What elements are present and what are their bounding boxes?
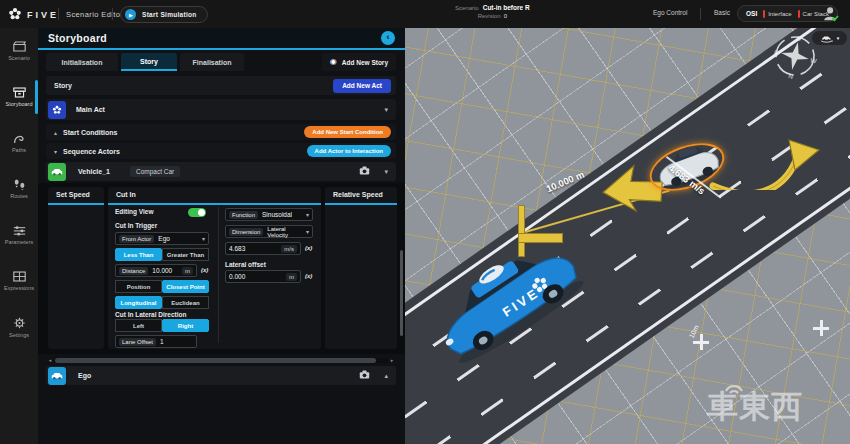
path-curve-icon [13,133,26,144]
sidebar-item-scenario[interactable]: Scenario [0,28,38,74]
cut-in-trigger-label: Cut In Trigger [115,222,157,229]
sidebar-item-routes[interactable]: Routes [0,166,38,212]
dimension-chip: Dimension [229,228,263,236]
distance-input[interactable]: Distance 10.000 m [115,264,197,277]
dimension-select[interactable]: Dimension Lateral Velocity ▾ [225,225,313,238]
lateral-offset-input[interactable]: 0.000 m [225,270,301,283]
longitudinal-option[interactable]: Longitudinal [115,296,162,309]
osi-status[interactable]: OSI [746,10,757,17]
chevron-down-icon: ▾ [306,211,309,218]
position-option[interactable]: Position [115,280,162,293]
velocity-input[interactable]: 4.683 m/s [225,242,301,255]
target-icon: ◉ [330,58,337,66]
lane-offset-input[interactable]: Lane Offset 1 [115,335,197,348]
left-option[interactable]: Left [115,319,162,332]
collapse-icon[interactable]: ▾ [54,148,57,155]
viewport-3d[interactable]: 10.000 m 4.683 m/s FIVE 10m [405,28,850,444]
greater-than-option[interactable]: Greater Than [162,248,209,261]
ego-name: Ego [78,372,130,379]
ego-icon [48,367,66,385]
comparison-segment: Less Than Greater Than [115,248,209,261]
gear-icon [13,317,26,329]
scroll-left-arrow[interactable]: ◂ [46,357,54,363]
footsteps-icon [13,179,26,190]
compass-north: N [788,72,794,80]
story-row[interactable]: Story Add New Act [46,76,396,95]
sidebar-item-parameters[interactable]: Parameters [0,212,38,258]
from-actor-select[interactable]: From Actor Ego ▾ [115,232,209,245]
basic-mode-button[interactable]: Basic [714,9,730,16]
scrollbar-thumb[interactable] [55,358,376,363]
vehicle-actor-row[interactable]: Vehicle_1 Compact Car ▾ [46,162,396,181]
vertical-scrollbar-thumb[interactable] [400,250,403,336]
camera-icon[interactable] [359,370,370,379]
interface-status-indicator [763,10,765,18]
scrollbar-track[interactable] [54,358,388,363]
panel-header: Storyboard ‹ [38,28,405,50]
sidebar-item-settings[interactable]: Settings [0,304,38,350]
euclidean-option[interactable]: Euclidean [162,296,209,309]
horizontal-scrollbar[interactable]: ◂ ▸ [46,356,396,364]
velocity-expression-button[interactable]: (x) [305,245,312,251]
vehicle-type-chip[interactable]: Compact Car [130,166,180,177]
collapse-icon[interactable]: ▴ [54,129,57,136]
interface-status[interactable]: Interface [763,10,791,18]
add-start-condition-button[interactable]: Add New Start Condition [304,126,391,138]
cut-in-card[interactable]: Cut In Editing View Cut In Trigger From … [108,187,321,349]
chevron-up-icon[interactable]: ▴ [384,372,388,380]
grid-marker [813,320,829,336]
panel-title: Storyboard [48,32,107,44]
compass-east: E [773,49,779,57]
camera-icon[interactable] [359,166,370,175]
orbit-car-icon [820,34,834,43]
editing-view-label: Editing View [115,208,154,215]
storyboard-icon [13,87,26,98]
lateral-offset-expression-button[interactable]: (x) [305,273,312,279]
top-bar: FIVE Scenario Editor ▶ Start Simulation … [0,0,850,28]
function-select[interactable]: Function Sinusoidal ▾ [225,208,313,221]
add-new-act-button[interactable]: Add New Act [333,79,391,93]
tab-initialisation[interactable]: Initialisation [46,53,118,71]
editing-view-toggle[interactable] [188,208,206,217]
main-act-label: Main Act [76,106,105,113]
sequence-actors-row[interactable]: ▾ Sequence Actors Add Actor to Interacti… [46,143,396,159]
app-title: Scenario Editor [66,10,123,19]
right-option[interactable]: Right [162,319,209,332]
closest-point-option[interactable]: Closest Point [162,280,209,293]
add-actor-button[interactable]: Add Actor to Interaction [307,145,391,157]
less-than-option[interactable]: Less Than [115,248,162,261]
relative-speed-card[interactable]: Relative Speed [325,187,397,349]
ego-actor-row[interactable]: Ego ▴ [46,366,396,385]
cut-in-path-arrow[interactable] [701,110,831,190]
sidebar-item-storyboard[interactable]: Storyboard [0,74,38,120]
chevron-down-icon[interactable]: ▾ [384,168,388,176]
grid-marker [693,334,709,350]
divider [700,8,701,20]
set-speed-card[interactable]: Set Speed [48,187,104,349]
storyboard-panel: Storyboard ‹ Initialisation Story Finali… [38,28,405,444]
start-conditions-row[interactable]: ▴ Start Conditions Add New Start Conditi… [46,124,396,140]
sidebar-item-paths[interactable]: Paths [0,120,38,166]
sidebar-item-label: Expressions [4,285,34,291]
lane-offset-chip: Lane Offset [119,338,156,346]
start-simulation-button[interactable]: ▶ Start Simulation [120,6,208,23]
camera-view-button[interactable]: ▾ [812,31,847,45]
user-avatar[interactable] [822,5,840,23]
ego-control-button[interactable]: Ego Control [653,9,687,16]
distance-expression-button[interactable]: (x) [201,267,208,273]
chevron-down-icon[interactable]: ▾ [384,106,388,114]
scenario-label: Scenario [455,5,479,11]
sidebar-item-expressions[interactable]: Expressions [0,258,38,304]
tab-finalisation[interactable]: Finalisation [180,53,244,71]
revision-value: 0 [504,13,507,19]
scroll-right-arrow[interactable]: ▸ [388,357,396,363]
scenario-name: Cut-in before R [483,4,530,11]
tab-story[interactable]: Story [121,53,177,71]
chevron-down-icon: ▾ [837,35,840,41]
brand-name: FIVE [27,10,59,20]
add-new-story-button[interactable]: ◉ Add New Story [322,53,396,71]
divider [218,207,219,343]
main-act-row[interactable]: Main Act ▾ [46,99,396,120]
collapse-panel-button[interactable]: ‹ [381,31,395,45]
function-chip: Function [229,211,258,219]
